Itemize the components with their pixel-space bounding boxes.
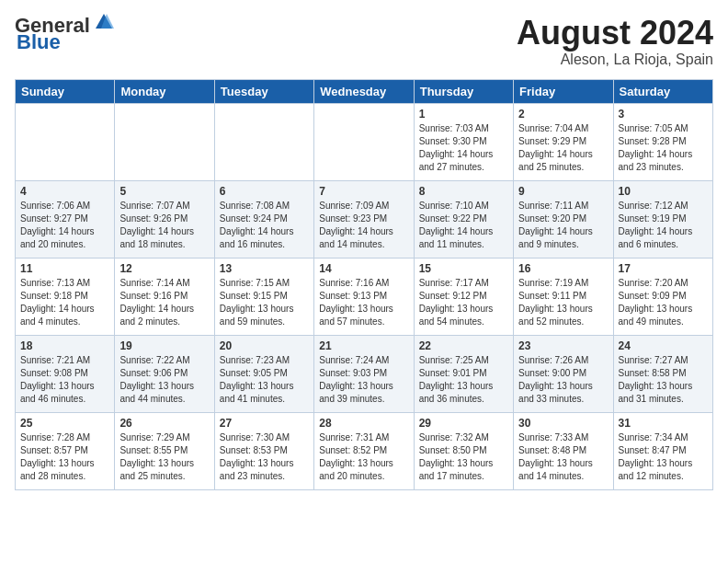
- day-info: Sunrise: 7:15 AM Sunset: 9:15 PM Dayligh…: [220, 277, 309, 328]
- day-info: Sunrise: 7:07 AM Sunset: 9:26 PM Dayligh…: [119, 200, 209, 251]
- location-subtitle: Aleson, La Rioja, Spain: [517, 52, 713, 68]
- table-row: 28Sunrise: 7:31 AM Sunset: 8:52 PM Dayli…: [314, 412, 414, 489]
- table-row: 17Sunrise: 7:20 AM Sunset: 9:09 PM Dayli…: [613, 258, 712, 335]
- day-info: Sunrise: 7:10 AM Sunset: 9:22 PM Dayligh…: [419, 200, 508, 251]
- day-info: Sunrise: 7:08 AM Sunset: 9:24 PM Dayligh…: [220, 200, 309, 251]
- day-number: 20: [220, 339, 309, 352]
- day-info: Sunrise: 7:03 AM Sunset: 9:30 PM Dayligh…: [419, 122, 508, 174]
- day-number: 10: [619, 185, 708, 198]
- table-row: [16, 103, 115, 180]
- table-row: 21Sunrise: 7:24 AM Sunset: 9:03 PM Dayli…: [314, 335, 414, 412]
- day-info: Sunrise: 7:17 AM Sunset: 9:12 PM Dayligh…: [419, 277, 508, 328]
- table-row: 18Sunrise: 7:21 AM Sunset: 9:08 PM Dayli…: [16, 335, 115, 412]
- table-row: 22Sunrise: 7:25 AM Sunset: 9:01 PM Dayli…: [414, 335, 513, 412]
- logo-icon: [94, 12, 114, 32]
- day-info: Sunrise: 7:06 AM Sunset: 9:27 PM Dayligh…: [20, 200, 109, 251]
- day-number: 25: [20, 417, 109, 430]
- table-row: 4Sunrise: 7:06 AM Sunset: 9:27 PM Daylig…: [16, 180, 115, 258]
- day-number: 6: [220, 185, 309, 198]
- day-number: 23: [518, 339, 608, 352]
- day-number: 3: [619, 108, 708, 121]
- day-info: Sunrise: 7:12 AM Sunset: 9:19 PM Dayligh…: [619, 200, 708, 251]
- table-row: 31Sunrise: 7:34 AM Sunset: 8:47 PM Dayli…: [613, 412, 712, 489]
- day-info: Sunrise: 7:22 AM Sunset: 9:06 PM Dayligh…: [119, 354, 209, 406]
- calendar-week-row: 11Sunrise: 7:13 AM Sunset: 9:18 PM Dayli…: [16, 258, 713, 335]
- day-number: 27: [220, 417, 309, 430]
- table-row: [314, 103, 414, 180]
- table-row: 11Sunrise: 7:13 AM Sunset: 9:18 PM Dayli…: [16, 258, 115, 335]
- day-info: Sunrise: 7:32 AM Sunset: 8:50 PM Dayligh…: [419, 431, 508, 483]
- day-info: Sunrise: 7:27 AM Sunset: 8:58 PM Dayligh…: [619, 354, 708, 406]
- day-number: 17: [619, 262, 708, 275]
- day-number: 9: [518, 185, 608, 198]
- day-info: Sunrise: 7:13 AM Sunset: 9:18 PM Dayligh…: [20, 277, 109, 328]
- table-row: 29Sunrise: 7:32 AM Sunset: 8:50 PM Dayli…: [414, 412, 513, 489]
- calendar-table: Sunday Monday Tuesday Wednesday Thursday…: [15, 79, 713, 490]
- table-row: [115, 103, 214, 180]
- day-number: 31: [619, 417, 708, 430]
- day-number: 28: [319, 417, 408, 430]
- table-row: 15Sunrise: 7:17 AM Sunset: 9:12 PM Dayli…: [414, 258, 513, 335]
- table-row: [214, 103, 313, 180]
- month-year-title: August 2024: [517, 15, 713, 52]
- day-info: Sunrise: 7:24 AM Sunset: 9:03 PM Dayligh…: [319, 354, 408, 406]
- day-info: Sunrise: 7:31 AM Sunset: 8:52 PM Dayligh…: [319, 431, 408, 483]
- table-row: 20Sunrise: 7:23 AM Sunset: 9:05 PM Dayli…: [214, 335, 313, 412]
- day-info: Sunrise: 7:21 AM Sunset: 9:08 PM Dayligh…: [20, 354, 109, 406]
- day-info: Sunrise: 7:26 AM Sunset: 9:00 PM Dayligh…: [518, 354, 608, 406]
- calendar-header-row: Sunday Monday Tuesday Wednesday Thursday…: [16, 79, 713, 103]
- table-row: 7Sunrise: 7:09 AM Sunset: 9:23 PM Daylig…: [314, 180, 414, 258]
- calendar-week-row: 1Sunrise: 7:03 AM Sunset: 9:30 PM Daylig…: [16, 103, 713, 180]
- day-number: 11: [20, 262, 109, 275]
- col-saturday: Saturday: [613, 79, 712, 103]
- day-number: 29: [419, 417, 508, 430]
- day-info: Sunrise: 7:23 AM Sunset: 9:05 PM Dayligh…: [220, 354, 309, 406]
- table-row: 19Sunrise: 7:22 AM Sunset: 9:06 PM Dayli…: [115, 335, 214, 412]
- day-info: Sunrise: 7:20 AM Sunset: 9:09 PM Dayligh…: [619, 277, 708, 328]
- table-row: 12Sunrise: 7:14 AM Sunset: 9:16 PM Dayli…: [115, 258, 214, 335]
- day-info: Sunrise: 7:30 AM Sunset: 8:53 PM Dayligh…: [220, 431, 309, 483]
- day-number: 19: [119, 339, 209, 352]
- table-row: 5Sunrise: 7:07 AM Sunset: 9:26 PM Daylig…: [115, 180, 214, 258]
- calendar-week-row: 25Sunrise: 7:28 AM Sunset: 8:57 PM Dayli…: [16, 412, 713, 489]
- day-number: 24: [619, 339, 708, 352]
- table-row: 27Sunrise: 7:30 AM Sunset: 8:53 PM Dayli…: [214, 412, 313, 489]
- day-number: 18: [20, 339, 109, 352]
- day-info: Sunrise: 7:14 AM Sunset: 9:16 PM Dayligh…: [119, 277, 209, 328]
- day-number: 22: [419, 339, 508, 352]
- day-info: Sunrise: 7:16 AM Sunset: 9:13 PM Dayligh…: [319, 277, 408, 328]
- table-row: 24Sunrise: 7:27 AM Sunset: 8:58 PM Dayli…: [613, 335, 712, 412]
- day-number: 14: [319, 262, 408, 275]
- day-number: 5: [119, 185, 209, 198]
- table-row: 10Sunrise: 7:12 AM Sunset: 9:19 PM Dayli…: [613, 180, 712, 258]
- day-info: Sunrise: 7:25 AM Sunset: 9:01 PM Dayligh…: [419, 354, 508, 406]
- col-thursday: Thursday: [414, 79, 513, 103]
- title-block: August 2024 Aleson, La Rioja, Spain: [517, 15, 713, 68]
- day-info: Sunrise: 7:09 AM Sunset: 9:23 PM Dayligh…: [319, 200, 408, 251]
- day-number: 13: [220, 262, 309, 275]
- day-number: 15: [419, 262, 508, 275]
- col-wednesday: Wednesday: [314, 79, 414, 103]
- day-info: Sunrise: 7:34 AM Sunset: 8:47 PM Dayligh…: [619, 431, 708, 483]
- day-number: 8: [419, 185, 508, 198]
- day-info: Sunrise: 7:04 AM Sunset: 9:29 PM Dayligh…: [518, 122, 608, 174]
- table-row: 26Sunrise: 7:29 AM Sunset: 8:55 PM Dayli…: [115, 412, 214, 489]
- table-row: 23Sunrise: 7:26 AM Sunset: 9:00 PM Dayli…: [514, 335, 613, 412]
- day-info: Sunrise: 7:29 AM Sunset: 8:55 PM Dayligh…: [119, 431, 209, 483]
- col-sunday: Sunday: [16, 79, 115, 103]
- day-info: Sunrise: 7:11 AM Sunset: 9:20 PM Dayligh…: [518, 200, 608, 251]
- table-row: 1Sunrise: 7:03 AM Sunset: 9:30 PM Daylig…: [414, 103, 513, 180]
- day-info: Sunrise: 7:05 AM Sunset: 9:28 PM Dayligh…: [619, 122, 708, 174]
- table-row: 6Sunrise: 7:08 AM Sunset: 9:24 PM Daylig…: [214, 180, 313, 258]
- day-number: 30: [518, 417, 608, 430]
- page-header: General Blue August 2024 Aleson, La Rioj…: [15, 15, 713, 68]
- day-number: 16: [518, 262, 608, 275]
- day-number: 4: [20, 185, 109, 198]
- day-info: Sunrise: 7:33 AM Sunset: 8:48 PM Dayligh…: [518, 431, 608, 483]
- logo-blue-text: Blue: [17, 31, 61, 53]
- logo: General Blue: [15, 15, 114, 53]
- table-row: 25Sunrise: 7:28 AM Sunset: 8:57 PM Dayli…: [16, 412, 115, 489]
- table-row: 3Sunrise: 7:05 AM Sunset: 9:28 PM Daylig…: [613, 103, 712, 180]
- table-row: 9Sunrise: 7:11 AM Sunset: 9:20 PM Daylig…: [514, 180, 613, 258]
- table-row: 8Sunrise: 7:10 AM Sunset: 9:22 PM Daylig…: [414, 180, 513, 258]
